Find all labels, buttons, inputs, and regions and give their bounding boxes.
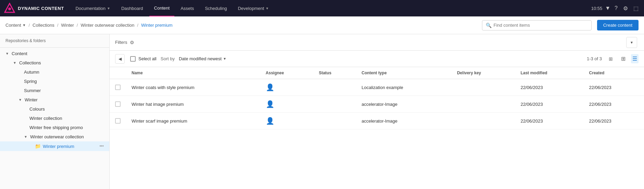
sidebar-winter-label: Winter	[25, 97, 104, 102]
clock-chevron-icon[interactable]: ▼	[604, 4, 612, 13]
logo-area[interactable]: DYNAMIC CONTENT	[4, 3, 64, 14]
sidebar-item-collections[interactable]: ▼ Collections	[0, 58, 109, 67]
create-content-button[interactable]: Create content	[597, 20, 639, 30]
sidebar-item-spring[interactable]: Spring	[0, 77, 109, 86]
assignee-avatar-icon: 👤	[266, 117, 274, 125]
select-all-label[interactable]: Select all	[138, 56, 157, 61]
table-row: Winter coats with style premium 👤 Locali…	[110, 79, 644, 96]
nav-assets[interactable]: Assets	[176, 0, 199, 16]
row-delivery-key-2	[451, 113, 515, 129]
nav-development[interactable]: Development ▼	[233, 0, 274, 16]
sidebar-item-colours[interactable]: Colours	[0, 104, 109, 114]
logout-icon[interactable]: ⬚	[632, 4, 640, 13]
row-name-0: Winter coats with style premium	[126, 79, 260, 96]
sidebar-colours-label: Colours	[29, 106, 104, 112]
row-status-0	[313, 79, 356, 96]
sidebar-winter-premium-label: Winter premium	[43, 144, 97, 149]
col-name: Name	[126, 67, 260, 79]
row-content-type-2: accelerator-Image	[356, 113, 451, 129]
sidebar-item-winter[interactable]: ▼ Winter	[0, 95, 109, 104]
collapse-button[interactable]: ▾	[626, 37, 637, 48]
sort-by-label: Sort by	[161, 56, 175, 61]
row-delivery-key-1	[451, 96, 515, 113]
more-options-icon[interactable]: •••	[99, 144, 104, 149]
search-box[interactable]: 🔍	[482, 20, 592, 30]
top-navigation: DYNAMIC CONTENT Documentation ▼ Dashboar…	[0, 0, 644, 16]
column-settings-icon[interactable]: ⊞	[606, 55, 616, 63]
col-delivery-key: Delivery key	[451, 67, 515, 79]
breadcrumb-winter-outerwear[interactable]: Winter outerwear collection	[80, 23, 134, 28]
row-status-2	[313, 113, 356, 129]
grid-view-icon[interactable]: ⊞	[620, 54, 627, 63]
chevron-down-icon: ▼	[24, 135, 28, 139]
breadcrumb-bar: Content ▼ / Collections / Winter / Winte…	[0, 16, 644, 34]
logo-icon	[4, 3, 15, 14]
row-assignee-0: 👤	[260, 79, 313, 96]
sidebar-spring-label: Spring	[24, 79, 104, 84]
sidebar-content-label: Content	[12, 51, 104, 56]
row-assignee-1: 👤	[260, 96, 313, 113]
col-content-type: Content type	[356, 67, 451, 79]
breadcrumb-collections[interactable]: Collections	[33, 23, 54, 28]
content-table-wrap: Name Assignee Status Content type Delive…	[110, 67, 644, 189]
app-title: DYNAMIC CONTENT	[18, 6, 64, 11]
row-last-modified-0: 22/06/2023	[515, 79, 584, 96]
sort-select[interactable]: Date modified newest ▼	[179, 56, 226, 61]
chevron-down-icon: ▼	[13, 61, 17, 65]
col-checkbox	[110, 67, 126, 79]
sidebar-item-content[interactable]: ▼ Content	[0, 49, 109, 58]
sidebar-summer-label: Summer	[24, 88, 104, 93]
sidebar: Repositories & folders ▼ Content ▼ Colle…	[0, 34, 110, 189]
nav-dashboard[interactable]: Dashboard	[116, 0, 148, 16]
sidebar-item-summer[interactable]: Summer	[0, 86, 109, 95]
breadcrumb-dropdown-icon[interactable]: ▼	[23, 23, 26, 27]
settings-icon[interactable]: ⚙	[622, 4, 629, 13]
sidebar-winter-outerwear-label: Winter outerwear collection	[30, 134, 104, 139]
row-name-2: Winter scarf image premium	[126, 113, 260, 129]
table-row: Winter hat image premium 👤 accelerator-I…	[110, 96, 644, 113]
row-created-0: 22/06/2023	[584, 79, 644, 96]
sidebar-winter-free-shipping-label: Winter free shipping promo	[29, 125, 104, 130]
breadcrumb-content[interactable]: Content	[5, 23, 21, 28]
select-all-checkbox[interactable]	[130, 56, 136, 62]
assignee-avatar-icon: 👤	[266, 100, 274, 108]
sidebar-item-winter-outerwear[interactable]: ▼ Winter outerwear collection	[0, 132, 109, 141]
chevron-down-icon: ▼	[5, 52, 10, 55]
filter-icon[interactable]: ⚙	[130, 40, 134, 45]
row-content-type-1: accelerator-Image	[356, 96, 451, 113]
sidebar-item-autumn[interactable]: Autumn	[0, 67, 109, 77]
content-table: Name Assignee Status Content type Delive…	[110, 67, 644, 129]
row-created-1: 22/06/2023	[584, 96, 644, 113]
row-checkbox-1[interactable]	[115, 101, 121, 107]
sidebar-winter-collection-label: Winter collection	[29, 116, 104, 121]
content-panel: Filters ⚙ ▾ ◀ Select all Sort by	[110, 34, 644, 189]
breadcrumb-winter-premium[interactable]: Winter premium	[141, 23, 173, 28]
sidebar-item-winter-premium[interactable]: 📁 Winter premium •••	[0, 141, 109, 151]
sidebar-header: Repositories & folders	[0, 34, 109, 48]
row-checkbox-2[interactable]	[115, 118, 121, 124]
sidebar-item-winter-collection[interactable]: Winter collection	[0, 114, 109, 123]
search-input[interactable]	[494, 23, 588, 28]
folder-icon: 📁	[35, 143, 41, 149]
row-checkbox-0[interactable]	[115, 85, 121, 90]
list-view-icon[interactable]: ☰	[631, 54, 639, 63]
sort-value: Date modified newest	[179, 56, 222, 61]
sidebar-item-winter-free-shipping[interactable]: Winter free shipping promo	[0, 123, 109, 132]
row-status-1	[313, 96, 356, 113]
chevron-up-icon: ▾	[631, 40, 633, 45]
nav-documentation[interactable]: Documentation ▼	[71, 0, 115, 16]
chevron-down-icon: ▼	[223, 57, 226, 61]
nav-scheduling[interactable]: Scheduling	[200, 0, 232, 16]
assignee-avatar-icon: 👤	[266, 84, 274, 91]
sidebar-section-content: ▼ Content ▼ Collections Autumn Spring Su…	[0, 48, 109, 152]
row-assignee-2: 👤	[260, 113, 313, 129]
sidebar-autumn-label: Autumn	[24, 70, 104, 75]
help-icon[interactable]: ?	[613, 4, 619, 13]
nav-content[interactable]: Content	[149, 0, 175, 16]
sidebar-toggle-button[interactable]: ◀	[115, 54, 125, 64]
chevron-down-icon: ▼	[107, 7, 110, 10]
col-last-modified: Last modified	[515, 67, 584, 79]
search-icon: 🔍	[486, 23, 492, 28]
breadcrumb-winter[interactable]: Winter	[61, 23, 74, 28]
nav-action-icons: ? ⚙ ⬚	[613, 4, 640, 13]
